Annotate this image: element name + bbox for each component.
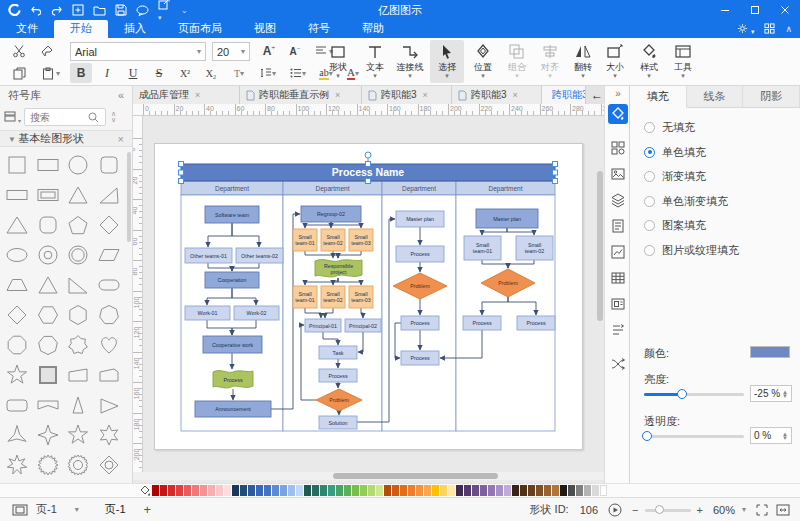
ribbon-button-flip[interactable]: 翻转▾: [566, 40, 600, 83]
library-shape-rect[interactable]: [33, 150, 63, 180]
library-shape-quad[interactable]: [63, 360, 93, 390]
vertical-scrollbar[interactable]: [597, 116, 603, 472]
collapse-ribbon-button[interactable]: ∧: [785, 24, 792, 34]
library-shape-angle-rect[interactable]: [94, 360, 124, 390]
cut-button[interactable]: [8, 41, 30, 61]
palette-color[interactable]: [176, 485, 183, 496]
library-shape-triangle[interactable]: [33, 270, 63, 300]
add-page-button[interactable]: +: [144, 502, 152, 517]
flowchart-title[interactable]: Process Name: [332, 166, 405, 178]
export-button[interactable]: ▾: [158, 0, 172, 22]
tab-scroll-left-button[interactable]: ←: [591, 88, 603, 102]
panel-scrollbar[interactable]: [127, 152, 131, 480]
library-shape-octagon[interactable]: [2, 330, 32, 360]
palette-color[interactable]: [352, 485, 359, 496]
text-style-button[interactable]: T▾: [226, 63, 252, 83]
library-shape-rect-small[interactable]: [2, 180, 32, 210]
fill-option-1[interactable]: 无填充: [644, 120, 695, 135]
library-shape-heptagon2[interactable]: [33, 330, 63, 360]
document-tab-2[interactable]: 跨职能垂直示例×: [240, 86, 362, 104]
brightness-slider[interactable]: [644, 388, 744, 400]
palette-color[interactable]: [336, 485, 343, 496]
undo-button[interactable]: [30, 5, 42, 16]
library-shape-donut[interactable]: [33, 240, 63, 270]
palette-color[interactable]: [520, 485, 527, 496]
strikethrough-button[interactable]: S: [148, 63, 170, 83]
palette-color[interactable]: [208, 485, 215, 496]
library-shape-frame[interactable]: [33, 180, 63, 210]
library-shape-heptagon[interactable]: [94, 300, 124, 330]
lane-header[interactable]: Department: [402, 185, 436, 193]
page-tab[interactable]: 页-1: [105, 502, 126, 517]
quick-access-more-button[interactable]: ⌄: [181, 6, 188, 15]
palette-color[interactable]: [368, 485, 375, 496]
selection-handle[interactable]: [366, 162, 371, 167]
notes-icon[interactable]: [608, 216, 628, 236]
copy-button[interactable]: [8, 63, 30, 83]
ribbon-button-size[interactable]: 大小▾: [598, 40, 632, 83]
palette-color[interactable]: [312, 485, 319, 496]
page[interactable]: DepartmentDepartmentDepartmentDepartment…: [154, 143, 583, 450]
minimize-button[interactable]: [710, 0, 740, 20]
bullet-list-button[interactable]: ▾: [284, 63, 312, 83]
menu-tab-2[interactable]: 开始: [54, 20, 108, 38]
palette-color[interactable]: [584, 485, 591, 496]
panel-tab-1[interactable]: 填充: [630, 86, 687, 108]
palette-color[interactable]: [552, 485, 559, 496]
selection-handle[interactable]: [179, 170, 184, 175]
selection-handle[interactable]: [179, 179, 184, 184]
shuffle-icon[interactable]: [608, 354, 628, 374]
zoom-out-button[interactable]: −: [632, 504, 638, 516]
scroll-down-button[interactable]: ∨: [111, 117, 116, 123]
close-section-button[interactable]: ×: [118, 133, 124, 145]
palette-color[interactable]: [168, 485, 175, 496]
palette-color[interactable]: [160, 485, 167, 496]
fill-option-6[interactable]: 图片或纹理填充: [644, 243, 739, 258]
library-shape-star4[interactable]: [33, 420, 63, 450]
ribbon-button-style[interactable]: 样式▾: [632, 40, 666, 83]
palette-color[interactable]: [576, 485, 583, 496]
library-shape-seal[interactable]: [63, 450, 93, 480]
library-shape-star3[interactable]: [2, 420, 32, 450]
palette-color[interactable]: [344, 485, 351, 496]
palette-color[interactable]: [288, 485, 295, 496]
message-button[interactable]: [136, 5, 149, 16]
document-tab-3[interactable]: 跨职能3×: [362, 86, 452, 104]
library-shape-right-triangle[interactable]: [94, 180, 124, 210]
format-painter-button[interactable]: [36, 41, 58, 61]
selection-handle[interactable]: [366, 179, 371, 184]
brightness-value[interactable]: -25 %▲▼: [750, 385, 792, 402]
image-icon[interactable]: [608, 164, 628, 184]
library-shape-star7r[interactable]: [63, 330, 93, 360]
fill-option-5[interactable]: 图案填充: [644, 218, 706, 233]
palette-color[interactable]: [296, 485, 303, 496]
paste-button[interactable]: ▾: [36, 63, 66, 83]
menu-tab-6[interactable]: 符号: [292, 20, 346, 38]
ribbon-button-shape[interactable]: 形状▾: [321, 40, 355, 83]
connector-style-icon[interactable]: [608, 320, 628, 340]
palette-color[interactable]: [304, 485, 311, 496]
palette-color[interactable]: [568, 485, 575, 496]
fill-option-4[interactable]: 单色渐变填充: [644, 194, 728, 209]
selection-handle[interactable]: [553, 162, 558, 167]
library-shape-triangle-right[interactable]: [94, 390, 124, 420]
library-shape-star16[interactable]: [33, 450, 63, 480]
palette-color[interactable]: [464, 485, 471, 496]
opacity-slider[interactable]: [644, 430, 744, 442]
ribbon-button-tools[interactable]: 工具▾: [666, 40, 700, 83]
library-shape-diamond-circle[interactable]: [94, 450, 124, 480]
symbols-icon[interactable]: [608, 138, 628, 158]
menu-tab-3[interactable]: 插入: [108, 20, 162, 38]
fill-option-3[interactable]: 渐变填充: [644, 169, 706, 184]
line-spacing-button[interactable]: ▾: [254, 63, 282, 83]
palette-color[interactable]: [424, 485, 431, 496]
ribbon-button-position[interactable]: 位置▾: [466, 40, 500, 83]
palette-color[interactable]: [600, 485, 607, 496]
library-shape-star6[interactable]: [94, 420, 124, 450]
close-tab-icon[interactable]: ×: [195, 90, 200, 100]
cross-functional-flowchart[interactable]: DepartmentDepartmentDepartmentDepartment…: [155, 144, 584, 451]
library-shape-octagon-soft[interactable]: [33, 210, 63, 240]
library-shape-diamond[interactable]: [2, 300, 32, 330]
palette-color[interactable]: [448, 485, 455, 496]
table-icon[interactable]: [608, 268, 628, 288]
